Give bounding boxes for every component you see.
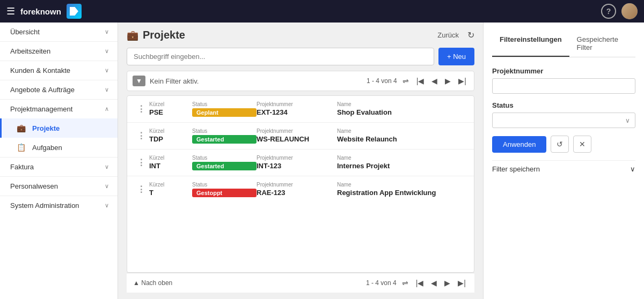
chevron-down-icon: ∨ [105, 67, 109, 74]
field-name: Name Internes Projekt [337, 155, 467, 170]
bottom-pagination-text: 1 - 4 von 4 [366, 279, 397, 287]
logo-text: foreknown [20, 7, 61, 16]
status-label: Status [192, 182, 257, 188]
tab-filtereinstellungen[interactable]: Filtereinstellungen [492, 31, 569, 57]
kurzel-label: Kürzel [149, 182, 192, 188]
filter-save[interactable]: Filter speichern ∨ [492, 160, 635, 177]
projektnummer-label: Projektnummer [257, 155, 337, 161]
reset-button[interactable]: ↺ [551, 136, 569, 153]
row-fields: Kürzel INT Status Gestarted Projektnumme… [149, 155, 467, 170]
field-name: Name Website Relaunch [337, 128, 467, 144]
back-button[interactable]: Zurück [433, 29, 463, 41]
hamburger-icon[interactable]: ☰ [6, 5, 15, 17]
status-badge: Gestarted [192, 162, 257, 170]
row-fields: Kürzel PSE Status Geplant Projektnummer … [149, 101, 467, 117]
sidebar-item-personalwesen[interactable]: Personalwesen ∨ [0, 177, 118, 196]
projektnummer-value: RAE-123 [257, 189, 337, 197]
kurzel-label: Kürzel [149, 155, 192, 161]
sidebar-item-system-administration[interactable]: System Administration ∨ [0, 196, 118, 215]
sidebar-item-faktura[interactable]: Faktura ∨ [0, 158, 118, 176]
field-kurzel: Kürzel T [149, 182, 192, 197]
sidebar-item-arbeitszeiten[interactable]: Arbeitszeiten ∨ [0, 42, 118, 61]
field-projektnummer: Projektnummer EXT-1234 [257, 101, 337, 117]
field-status: Status Geplant [192, 101, 257, 117]
chevron-down-icon: ∨ [105, 48, 109, 55]
clear-button[interactable]: ✕ [573, 136, 591, 153]
tasks-icon: 📋 [17, 143, 26, 152]
status-badge: Gestoppt [192, 189, 257, 197]
bottom-prev-page-button[interactable]: ◀ [429, 278, 439, 288]
projects-table: ⋮ Kürzel PSE Status Geplant Projektnumme… [127, 95, 474, 273]
chevron-down-icon: ∨ [105, 163, 109, 170]
bottom-first-page-button[interactable]: |◀ [414, 278, 426, 288]
sidebar-item-ubersicht[interactable]: Übersicht ∨ [0, 23, 118, 41]
bottom-sort-button[interactable]: ⇌ [400, 278, 411, 288]
field-kurzel: Kürzel PSE [149, 101, 192, 117]
kurzel-value: INT [149, 162, 192, 170]
filter-icon: ▼ [133, 76, 145, 86]
chevron-down-icon: ∨ [105, 86, 109, 93]
field-name: Name Registration App Entwicklung [337, 182, 467, 197]
status-badge: Gestarted [192, 135, 257, 144]
projektnummer-label: Projektnummer [257, 128, 337, 134]
table-row: ⋮ Kürzel INT Status Gestarted Projektnum… [127, 150, 474, 176]
field-status: Status Gestoppt [192, 182, 257, 197]
kurzel-label: Kürzel [149, 128, 192, 134]
name-value: Internes Projekt [337, 162, 467, 170]
table-row: ⋮ Kürzel PSE Status Geplant Projektnumme… [127, 96, 474, 123]
sidebar-item-aufgaben[interactable]: 📋 Aufgaben [0, 138, 118, 157]
name-label: Name [337, 101, 467, 107]
briefcase-icon: 💼 [17, 124, 26, 132]
status-select[interactable]: Geplant Gestarted Gestoppt [492, 113, 635, 128]
first-page-button[interactable]: |◀ [414, 76, 427, 86]
sidebar-item-angebote-auftrage[interactable]: Angebote & Aufträge ∨ [0, 80, 118, 99]
sidebar-item-kunden-kontakte[interactable]: Kunden & Kontakte ∨ [0, 61, 118, 80]
row-menu-icon[interactable]: ⋮ [134, 104, 149, 114]
bottom-bar: ▲ Nach oben 1 - 4 von 4 ⇌ |◀ ◀ ▶ ▶| [127, 273, 474, 293]
filter-panel: Filtereinstellungen Gespeicherte Filter … [483, 23, 644, 299]
tab-gespeicherte-filter[interactable]: Gespeicherte Filter [569, 31, 635, 57]
row-fields: Kürzel T Status Gestoppt Projektnummer R… [149, 182, 467, 197]
filter-tabs: Filtereinstellungen Gespeicherte Filter [492, 31, 635, 57]
status-title: Status [492, 101, 635, 109]
kurzel-value: TDP [149, 135, 192, 143]
sidebar: Übersicht ∨ Arbeitszeiten ∨ Kunden & Kon… [0, 23, 118, 299]
prev-page-button[interactable]: ◀ [429, 76, 440, 86]
header-actions: Zurück ↻ [433, 29, 474, 41]
row-menu-icon[interactable]: ⋮ [134, 131, 149, 141]
kurzel-value: T [149, 189, 192, 197]
bottom-last-page-button[interactable]: ▶| [456, 278, 468, 288]
filter-save-label: Filter speichern [492, 165, 540, 173]
name-value: Registration App Entwicklung [337, 189, 467, 197]
status-label: Status [192, 155, 257, 161]
chevron-down-icon: ∨ [105, 28, 109, 35]
next-page-button[interactable]: ▶ [443, 76, 453, 86]
refresh-button[interactable]: ↻ [467, 30, 474, 40]
projects-header: 💼 Projekte Zurück ↻ [127, 29, 474, 41]
projektnummer-section: Projektnummer [492, 67, 635, 94]
projektnummer-value: EXT-1234 [257, 108, 337, 116]
apply-button[interactable]: Anwenden [492, 136, 546, 153]
filter-left: ▼ Kein Filter aktiv. [133, 76, 199, 86]
status-select-wrapper: Geplant Gestarted Gestoppt ∨ [492, 113, 635, 128]
logo-icon-inner [70, 7, 78, 16]
row-menu-icon[interactable]: ⋮ [134, 158, 149, 168]
kurzel-value: PSE [149, 108, 192, 116]
avatar[interactable] [621, 3, 638, 19]
field-projektnummer: Projektnummer RAE-123 [257, 182, 337, 197]
sidebar-item-projekte[interactable]: 💼 Projekte [0, 118, 118, 138]
row-menu-icon[interactable]: ⋮ [134, 184, 149, 195]
status-section: Status Geplant Gestarted Gestoppt ∨ [492, 101, 635, 128]
last-page-button[interactable]: ▶| [456, 76, 469, 86]
sort-button[interactable]: ⇌ [400, 76, 411, 86]
nach-oben-button[interactable]: ▲ Nach oben [133, 279, 172, 287]
search-input[interactable] [127, 48, 434, 65]
sidebar-item-projektmanagement[interactable]: Projektmanagement ∧ [0, 100, 118, 118]
nach-oben-label: ▲ Nach oben [133, 279, 172, 287]
bottom-next-page-button[interactable]: ▶ [442, 278, 452, 288]
topbar-left: ☰ foreknown [6, 4, 82, 19]
pagination-text: 1 - 4 von 4 [367, 77, 397, 85]
new-button[interactable]: + Neu [438, 48, 474, 65]
projektnummer-input[interactable] [492, 78, 635, 94]
help-icon[interactable]: ? [601, 4, 616, 19]
